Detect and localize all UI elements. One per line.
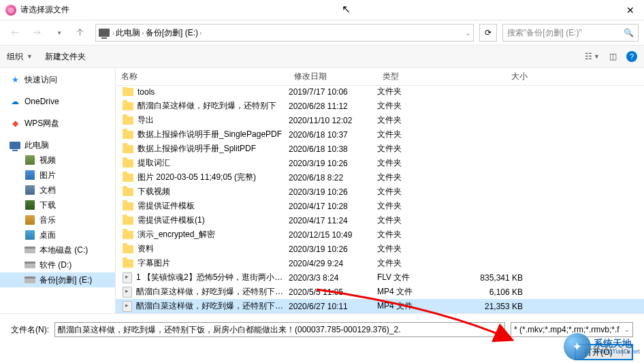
file-name: 图片 2020-03-05 11;49;05 (完整) [138, 172, 256, 183]
file-row[interactable]: 下载视频2020/3/19 10:26文件夹 [116, 185, 644, 199]
file-row[interactable]: 醋溜白菜这样做，好吃到爆，还特别下2020/6/28 11:12文件夹 [116, 99, 644, 113]
view-options-button[interactable]: ☷ ▼ [585, 50, 599, 63]
file-date: 2020/6/18 10:37 [289, 130, 377, 140]
sidebar-wps[interactable]: ◆WPS网盘 [0, 116, 115, 131]
filename-input[interactable]: 醋溜白菜这样做，好吃到爆，还特别下饭，厨房小白都能做出来！(000037.785… [54, 322, 505, 337]
sidebar-thispc[interactable]: 此电脑 [0, 138, 115, 153]
cloud-icon: ☁ [10, 96, 20, 107]
file-row[interactable]: 演示_encrypted_解密2020/12/15 10:49文件夹 [116, 227, 644, 242]
column-headers: 名称 修改日期 类型 大小 [116, 68, 644, 86]
file-date: 2020/6/27 10:11 [289, 302, 377, 311]
folder-icon [123, 259, 133, 268]
file-row[interactable]: tools2019/7/17 10:06文件夹 [116, 86, 644, 99]
breadcrumb-drive[interactable]: 备份[勿删] (E:) [146, 27, 198, 39]
file-size: 21,353 KB [452, 302, 534, 311]
search-icon[interactable]: 🔍 [624, 28, 634, 37]
chevron-right-icon: › [112, 29, 114, 37]
col-header-name[interactable]: 名称 [116, 71, 289, 82]
nav-recent-button[interactable]: ▾ [49, 23, 68, 42]
sidebar-music[interactable]: 音乐 [0, 212, 115, 227]
file-size: 6,106 KB [452, 287, 534, 297]
file-date: 2020/4/29 9:24 [289, 259, 377, 268]
file-list-body[interactable]: tools2019/7/17 10:06文件夹醋溜白菜这样做，好吃到爆，还特别下… [116, 86, 644, 313]
file-type: 文件夹 [377, 157, 452, 169]
file-name: 演示_encrypted_解密 [138, 229, 215, 240]
file-type: 文件夹 [377, 186, 452, 198]
filename-label: 文件名(N): [11, 324, 49, 336]
sidebar-onedrive[interactable]: ☁OneDrive [0, 94, 115, 109]
col-header-size[interactable]: 大小 [452, 71, 534, 82]
file-date: 2020/5/5 11:05 [289, 287, 377, 297]
file-row[interactable]: 醋溜白菜这样做，好吃到爆，还特别下饭...2020/6/27 10:11MP4 … [116, 299, 644, 313]
file-name: 数据上报操作说明手册_SplitPDF [138, 143, 256, 155]
folder-icon [123, 174, 133, 182]
file-date: 2020/3/19 10:26 [289, 187, 377, 197]
sidebar-downloads[interactable]: 下载 [0, 198, 115, 212]
search-input[interactable]: 搜索"备份[勿删] (E:)" 🔍 [502, 24, 639, 42]
new-folder-button[interactable]: 新建文件夹 [45, 51, 86, 63]
star-icon: ★ [10, 74, 20, 85]
sidebar-drive-d[interactable]: 软件 (D:) [0, 257, 115, 272]
chevron-down-icon[interactable]: ⌄ [465, 29, 470, 37]
sidebar-documents[interactable]: 文档 [0, 183, 115, 198]
sidebar-drive-c[interactable]: 本地磁盘 (C:) [0, 242, 115, 257]
col-header-type[interactable]: 类型 [377, 71, 452, 82]
folder-icon [123, 245, 133, 253]
file-type: 文件夹 [377, 229, 452, 240]
file-date: 2020/3/19 10:26 [289, 244, 377, 254]
file-date: 2020/12/15 10:49 [289, 230, 377, 240]
folder-icon [123, 102, 133, 110]
file-name: 醋溜白菜这样做，好吃到爆，还特别下饭... [136, 300, 289, 312]
organize-menu[interactable]: 组织▼ [7, 51, 33, 63]
nav-up-button[interactable]: 🡡 [71, 23, 90, 42]
file-row[interactable]: 需提供证件模板(1)2020/4/17 11:24文件夹 [116, 213, 644, 227]
file-row[interactable]: 提取词汇2020/3/19 10:26文件夹 [116, 156, 644, 170]
file-size: 835,341 KB [452, 273, 534, 283]
help-icon[interactable]: ? [626, 51, 637, 62]
sidebar-videos[interactable]: 视频 [0, 153, 115, 168]
toolbar: 组织▼ 新建文件夹 ☷ ▼ ◫ ? [0, 45, 644, 68]
documents-lib-icon [25, 185, 35, 195]
refresh-button[interactable]: ⟳ [479, 24, 497, 42]
file-row[interactable]: 需提供证件模板2020/4/17 10:28文件夹 [116, 199, 644, 213]
file-type: 文件夹 [377, 200, 452, 212]
file-type: MP4 文件 [377, 286, 452, 298]
sidebar-desktop[interactable]: 桌面 [0, 227, 115, 242]
file-row[interactable]: 图片 2020-03-05 11;49;05 (完整)2020/6/18 8:2… [116, 170, 644, 185]
file-row[interactable]: 数据上报操作说明手册_SinglePagePDF2020/6/18 10:37文… [116, 127, 644, 142]
file-name: 醋溜白菜这样做，好吃到爆，还特别下饭... [136, 286, 289, 298]
sidebar-pictures[interactable]: 图片 [0, 168, 115, 183]
chevron-right-icon: › [199, 29, 202, 37]
file-row[interactable]: 导出2020/11/10 12:02文件夹 [116, 113, 644, 127]
file-row[interactable]: 数据上报操作说明手册_SplitPDF2020/6/18 10:38文件夹 [116, 142, 644, 156]
col-header-date[interactable]: 修改日期 [289, 71, 377, 82]
breadcrumb[interactable]: › 此电脑 › 备份[勿删] (E:) › ⌄ [95, 24, 474, 42]
file-date: 2020/4/17 11:24 [289, 216, 377, 225]
folder-icon [123, 159, 133, 168]
file-row[interactable]: 资料2020/3/19 10:26文件夹 [116, 242, 644, 256]
nav-forward-button[interactable]: 🡢 [27, 23, 46, 42]
window-title: 请选择源文件 [20, 4, 617, 16]
drive-icon [25, 259, 35, 270]
file-type: 文件夹 [377, 100, 452, 112]
folder-icon [123, 202, 133, 210]
pc-icon [10, 140, 20, 151]
video-lib-icon [25, 155, 35, 165]
preview-pane-button[interactable]: ◫ [606, 50, 619, 63]
file-type: 文件夹 [377, 143, 452, 155]
file-date: 2020/6/18 8:22 [289, 173, 377, 183]
file-row[interactable]: 字幕图片2020/4/29 9:24文件夹 [116, 256, 644, 270]
file-row[interactable]: 1 【笑镇惊魂2】恐怖5分钟，逛街两小时...2020/3/3 8:24FLV … [116, 270, 644, 285]
file-type: FLV 文件 [377, 272, 452, 283]
sidebar-quick-access[interactable]: ★快速访问 [0, 72, 115, 87]
watermark: ✦ 系统天地 XiTongTianDi.net [564, 333, 640, 360]
file-name: 需提供证件模板 [138, 200, 195, 212]
sidebar: ★快速访问 ☁OneDrive ◆WPS网盘 此电脑 视频 图片 文档 下载 音… [0, 68, 116, 313]
close-button[interactable]: ✕ [617, 0, 644, 20]
folder-icon [123, 231, 133, 239]
sidebar-drive-e[interactable]: 备份[勿删] (E:) [0, 272, 115, 287]
file-row[interactable]: 醋溜白菜这样做，好吃到爆，还特别下饭...2020/5/5 11:05MP4 文… [116, 285, 644, 299]
nav-back-button[interactable]: 🡠 [5, 23, 25, 42]
drive-icon [25, 274, 35, 285]
breadcrumb-root[interactable]: 此电脑 [116, 27, 140, 39]
